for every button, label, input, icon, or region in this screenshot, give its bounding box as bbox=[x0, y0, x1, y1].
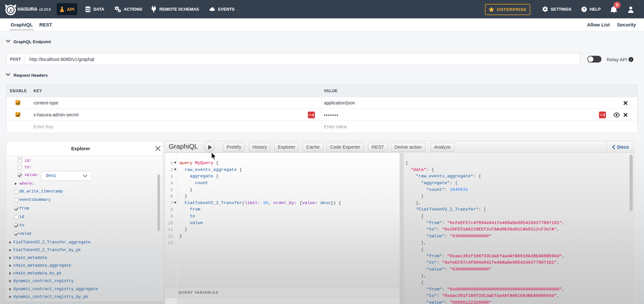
svg-text:?: ? bbox=[583, 7, 585, 12]
